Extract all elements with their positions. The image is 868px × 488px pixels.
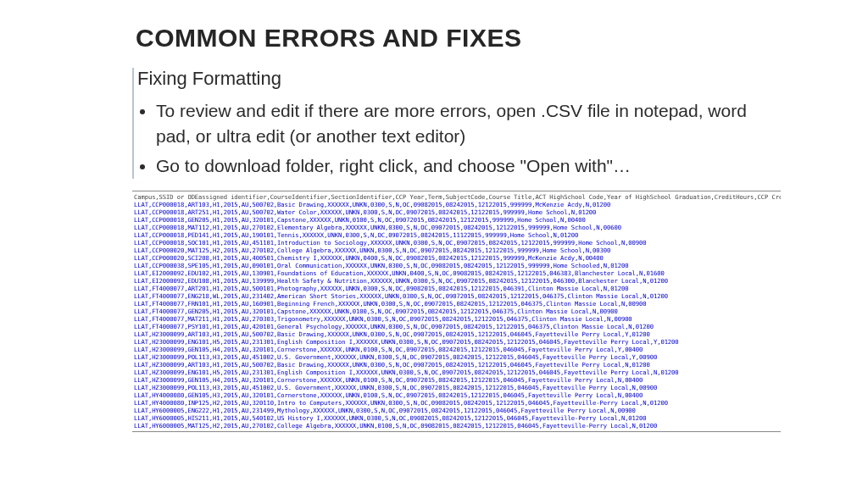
- csv-data-row: LLAT,CCP000018,MAT112,H1,2015,AU,270102,…: [134, 224, 779, 231]
- csv-data-row: LLAT,HZ3000099,ART103,H1,2015,AU,500702,…: [134, 361, 779, 369]
- csv-data-row: LLAT,HZ3000099,ENG101,H5,2015,AU,231301,…: [134, 369, 779, 376]
- csv-data-row: LLAT,CCP000018,ART103,H1,2015,AU,500702,…: [134, 201, 779, 208]
- csv-data-row: LLAT,CCP000018,ART251,H1,2015,AU,500702,…: [134, 208, 779, 216]
- csv-data-row: LLAT,HY4000080,GEN105,H3,2015,AU,320101,…: [134, 391, 779, 399]
- csv-data-row: LLAT,HY6000005,MAT125,H2,2015,AU,270102,…: [134, 422, 779, 430]
- list-item: Go to download folder, right click, and …: [156, 153, 817, 179]
- csv-data-row: LLAT,HZ3000099,POL113,H3,2015,AU,451002,…: [134, 384, 779, 391]
- csv-data-row: LLAT,H23000099,ART103,H1,2015,AU,500702,…: [134, 330, 779, 338]
- csv-data-row: LLAT,CCP000020,MAT125,H2,2015,AU,270102,…: [134, 247, 779, 254]
- csv-preview-image: Campus,SSID or ODEassigned identifier,Co…: [132, 191, 781, 432]
- csv-data-row: LLAT,FT4000077,MAT211,H1,2015,AU,270303,…: [134, 315, 779, 323]
- csv-data-row: LLAT,EI2000092,EDU108,H1,2015,AU,139999,…: [134, 277, 779, 285]
- csv-data-row: LLAT,CCP000018,SOC101,H1,2015,AU,451101,…: [134, 239, 779, 247]
- slide-title: COMMON ERRORS AND FIXES: [136, 24, 817, 53]
- csv-data-row: LLAT,CCP000020,SCI208,H1,2015,AU,400501,…: [134, 254, 779, 262]
- csv-data-row: LLAT,FT4000077,ENG218,WL,2015,AU,231402,…: [134, 292, 779, 300]
- section-subtitle: Fixing Formatting: [134, 68, 817, 90]
- csv-header-row: Campus,SSID or ODEassigned identifier,Co…: [134, 193, 779, 201]
- csv-data-row: LLAT,FT4000077,PSY101,H1,2015,AU,420101,…: [134, 323, 779, 330]
- csv-data-row: LLAT,EI2000092,EDU102,H1,2015,AU,130901,…: [134, 269, 779, 277]
- csv-data-row: LLAT,FT4000077,GEN205,H1,2015,AU,320101,…: [134, 308, 779, 315]
- csv-data-row: LLAT,FT4000077,FRN101,H1,2015,AU,160901,…: [134, 300, 779, 308]
- csv-data-row: LLAT,HY6000005,ENG222,H1,2015,AU,231499,…: [134, 407, 779, 414]
- csv-data-row: LLAT,HZ3000099,GEN105,H4,2015,AU,320101,…: [134, 376, 779, 384]
- csv-data-row: LLAT,CCP000038,SPE105,H1,2015,AU,090101,…: [134, 262, 779, 269]
- csv-data-row: LLAT,CCP000018,PED141,H1,2015,AU,190101,…: [134, 231, 779, 239]
- csv-data-row: LLAT,HY4000080,INP125,H2,2015,AU,320110,…: [134, 399, 779, 407]
- bullet-list: To review and edit if there are more err…: [134, 98, 817, 179]
- csv-data-row: LLAT,CCP000018,GEN205,H1,2015,AU,320101,…: [134, 216, 779, 224]
- csv-data-row: LLAT,H23000099,POL113,H3,2015,AU,451002,…: [134, 353, 779, 361]
- csv-data-row: LLAT,H23000099,GEN105,H4,2015,AU,320101,…: [134, 346, 779, 353]
- csv-data-row: LLAT,HY6000005,HIS211,H1,2015,AU,540102,…: [134, 414, 779, 422]
- content-block: Fixing Formatting To review and edit if …: [132, 68, 817, 179]
- list-item: To review and edit if there are more err…: [156, 98, 817, 150]
- csv-data-row: LLAT,H23000099,ENG101,H5,2015,AU,231301,…: [134, 338, 779, 346]
- csv-data-row: LLAT,FT4000077,ART201,H1,2015,AU,500101,…: [134, 285, 779, 292]
- slide: COMMON ERRORS AND FIXES Fixing Formattin…: [0, 0, 868, 432]
